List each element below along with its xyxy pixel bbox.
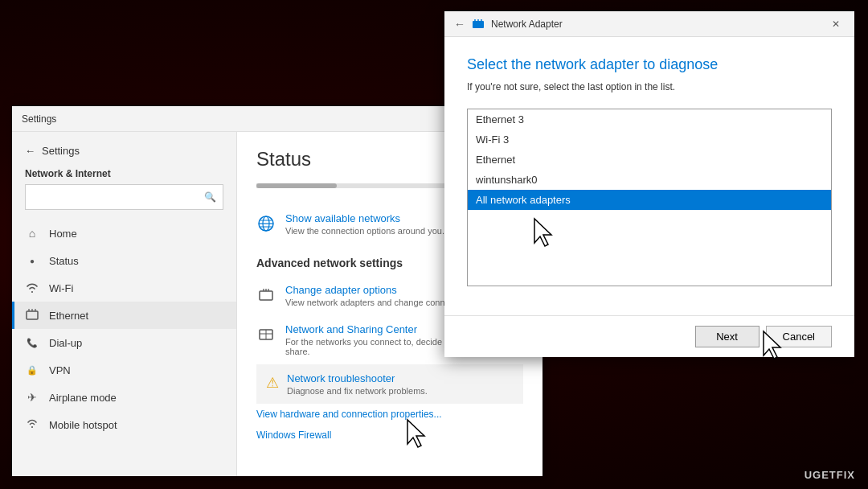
search-box[interactable]: 🔍 <box>25 184 223 210</box>
show-networks-title: Show available networks <box>285 212 444 224</box>
sidebar-airplane-label: Airplane mode <box>49 392 117 404</box>
home-icon: ⌂ <box>25 226 39 240</box>
sidebar-vpn-label: VPN <box>49 364 71 376</box>
adapter-item-wintunshark[interactable]: wintunshark0 <box>468 170 831 190</box>
back-button[interactable]: ← Settings <box>12 138 236 163</box>
windows-firewall-link[interactable]: Windows Firewall <box>256 425 523 446</box>
warning-icon: ⚠ <box>266 374 279 392</box>
dialog-close-button[interactable]: ✕ <box>827 17 845 31</box>
sidebar-item-status[interactable]: ● Status <box>12 247 236 274</box>
dialog-titlebar: ← Network Adapter ✕ <box>444 11 854 37</box>
airplane-icon: ✈ <box>25 390 39 405</box>
dialog-body: Select the network adapter to diagnose I… <box>444 37 854 315</box>
hardware-properties-link[interactable]: View hardware and connection properties.… <box>256 404 523 425</box>
sidebar-wifi-label: Wi-Fi <box>49 282 73 294</box>
troubleshooter-desc: Diagnose and fix network problems. <box>287 386 428 396</box>
sidebar-item-airplane[interactable]: ✈ Airplane mode <box>12 384 236 411</box>
show-networks-desc: View the connection options around you. <box>285 226 444 236</box>
globe-icon <box>256 214 276 233</box>
change-adapter-desc: View network adapters and change connect… <box>285 298 464 307</box>
dialog-title-left: ← Network Adapter <box>454 18 563 31</box>
svg-rect-16 <box>473 21 484 28</box>
sidebar: ← Settings Network & Internet 🔍 ⌂ Home ●… <box>12 132 237 476</box>
search-input[interactable] <box>32 191 204 203</box>
sidebar-item-vpn[interactable]: 🔒 VPN <box>12 356 236 384</box>
troubleshooter-box[interactable]: ⚠ Network troubleshooter Diagnose and fi… <box>256 364 523 404</box>
adapter-item-ethernet[interactable]: Ethernet <box>468 150 831 170</box>
dialog-title-text: Network Adapter <box>491 18 563 30</box>
settings-sidebar-title: Settings <box>42 145 80 157</box>
dialup-icon: 📞 <box>25 335 39 350</box>
wifi-icon <box>25 281 39 295</box>
adapter-item-ethernet3[interactable]: Ethernet 3 <box>468 109 831 129</box>
search-icon: 🔍 <box>204 191 216 203</box>
adapter-icon <box>256 286 276 305</box>
sidebar-ethernet-label: Ethernet <box>49 310 88 322</box>
adapter-list: Ethernet 3 Wi-Fi 3 Ethernet wintunshark0… <box>467 109 832 286</box>
settings-title: Settings <box>22 113 56 125</box>
dialog-footer: Next Cancel <box>444 315 854 357</box>
scrollbar-thumb <box>256 183 337 188</box>
watermark: UGETFIX <box>805 469 855 481</box>
troubleshooter-text: Network troubleshooter Diagnose and fix … <box>287 372 428 396</box>
sidebar-item-ethernet[interactable]: Ethernet <box>12 302 236 329</box>
network-adapter-icon <box>472 18 485 31</box>
vpn-icon: 🔒 <box>25 363 39 377</box>
adapter-item-wifi3[interactable]: Wi-Fi 3 <box>468 129 831 150</box>
hotspot-icon <box>25 417 39 432</box>
network-internet-title: Network & Internet <box>12 163 236 184</box>
sharing-icon <box>256 325 276 344</box>
sidebar-item-home[interactable]: ⌂ Home <box>12 220 236 247</box>
adapter-item-all[interactable]: All network adapters <box>468 190 831 210</box>
svg-rect-9 <box>260 291 272 300</box>
dialog-heading: Select the network adapter to diagnose <box>467 56 832 73</box>
sidebar-item-wifi[interactable]: Wi-Fi <box>12 274 236 302</box>
dialog-subtitle: If you're not sure, select the last opti… <box>467 81 832 92</box>
next-button[interactable]: Next <box>695 326 760 347</box>
status-icon: ● <box>25 253 39 268</box>
dialog-back-button[interactable]: ← <box>454 18 465 31</box>
sidebar-item-hotspot[interactable]: Mobile hotspot <box>12 411 236 438</box>
troubleshooter-title: Network troubleshooter <box>287 372 428 384</box>
sidebar-hotspot-label: Mobile hotspot <box>49 419 117 431</box>
sidebar-item-dialup[interactable]: 📞 Dial-up <box>12 329 236 356</box>
cancel-button[interactable]: Cancel <box>766 326 832 347</box>
network-adapter-dialog: ← Network Adapter ✕ Select the network a… <box>444 11 854 357</box>
change-adapter-title: Change adapter options <box>285 284 464 296</box>
sidebar-home-label: Home <box>49 228 77 240</box>
sidebar-dialup-label: Dial-up <box>49 337 82 349</box>
change-adapter-text: Change adapter options View network adap… <box>285 284 464 307</box>
show-networks-text: Show available networks View the connect… <box>285 212 444 236</box>
sidebar-status-label: Status <box>49 255 79 267</box>
ethernet-icon <box>25 308 39 323</box>
back-arrow-icon: ← <box>25 145 35 157</box>
svg-rect-0 <box>27 311 38 319</box>
